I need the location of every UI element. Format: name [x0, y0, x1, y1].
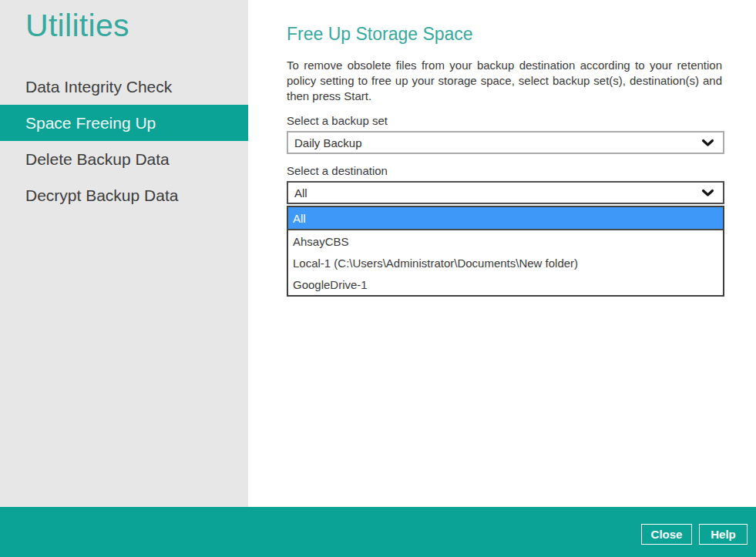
destination-label: Select a destination: [287, 164, 756, 177]
backup-set-selected-value: Daily Backup: [294, 136, 362, 149]
backup-set-label: Select a backup set: [287, 114, 756, 127]
chevron-down-icon: [701, 139, 714, 147]
close-button[interactable]: Close: [641, 524, 692, 545]
chevron-down-icon: [701, 189, 714, 197]
help-button[interactable]: Help: [699, 524, 748, 545]
sidebar-menu: Data Integrity CheckSpace Freeing UpDele…: [0, 69, 248, 213]
page-title: Free Up Storage Space: [287, 24, 756, 45]
sidebar-item-delete-backup-data[interactable]: Delete Backup Data: [0, 141, 248, 177]
destination-select[interactable]: All: [287, 181, 724, 204]
sidebar-title: Utilities: [0, 0, 248, 44]
destination-option-local-1-c-users-administrator-documents-new-folder[interactable]: Local-1 (C:\Users\Administrator\Document…: [288, 252, 723, 273]
main-panel: Free Up Storage Space To remove obsolete…: [248, 0, 756, 507]
app-window: Utilities Data Integrity CheckSpace Free…: [0, 0, 756, 557]
footer-bar: Close Help: [0, 507, 756, 557]
page-description: To remove obsolete files from your backu…: [287, 58, 722, 104]
destination-option-ahsaycbs[interactable]: AhsayCBS: [288, 230, 723, 252]
sidebar: Utilities Data Integrity CheckSpace Free…: [0, 0, 248, 507]
destination-options-list: AllAhsayCBSLocal-1 (C:\Users\Administrat…: [287, 206, 724, 297]
sidebar-item-decrypt-backup-data[interactable]: Decrypt Backup Data: [0, 177, 248, 213]
backup-set-select[interactable]: Daily Backup: [287, 131, 724, 154]
destination-option-all[interactable]: All: [288, 207, 723, 230]
sidebar-item-data-integrity-check[interactable]: Data Integrity Check: [0, 69, 248, 105]
destination-option-googledrive-1[interactable]: GoogleDrive-1: [288, 273, 723, 295]
sidebar-item-space-freeing-up[interactable]: Space Freeing Up: [0, 105, 248, 141]
destination-selected-value: All: [294, 186, 307, 200]
